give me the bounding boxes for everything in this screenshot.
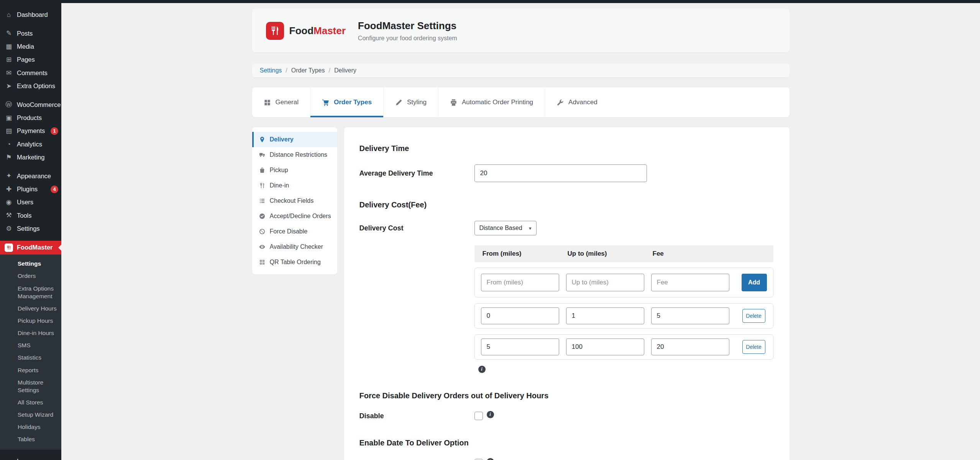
submenu-item-holidays[interactable]: Holidays — [0, 421, 61, 433]
analytics-icon: ◔ — [5, 141, 13, 148]
sidebar-item-tools[interactable]: ⚒Tools — [0, 209, 61, 222]
sidebar-item-foodmaster[interactable]: FoodMaster — [0, 241, 61, 255]
appearance-icon: ✦ — [5, 172, 13, 180]
subnav-item-pickup[interactable]: Pickup — [252, 163, 337, 178]
subnav-label: Pickup — [270, 167, 288, 174]
date-to-deliver-info-icon[interactable]: i — [487, 458, 494, 460]
sidebar-item-loco-translate[interactable]: ⇄Loco Translate — [0, 455, 61, 460]
fee-upto-input[interactable] — [566, 274, 644, 291]
delivery-cost-select[interactable]: Distance Based ▾ — [474, 221, 537, 235]
page-subtitle: Configure your food ordering system — [358, 35, 457, 42]
subnav-item-availability-checker[interactable]: Availability Checker — [252, 239, 337, 255]
subnav-item-delivery[interactable]: Delivery — [252, 132, 337, 147]
products-icon: ▣ — [5, 114, 13, 122]
submenu-item-pickup-hours[interactable]: Pickup Hours — [0, 315, 61, 327]
fee-row: Delete — [474, 303, 773, 329]
qr-icon — [259, 259, 265, 265]
submenu-item-tables[interactable]: Tables — [0, 433, 61, 445]
subnav-item-checkout-fields[interactable]: Checkout Fields — [252, 193, 337, 209]
tab-bar: GeneralOrder TypesStylingAutomatic Order… — [252, 87, 790, 117]
submenu-item-sms[interactable]: SMS — [0, 339, 61, 352]
sidebar-item-settings[interactable]: ⚙Settings — [0, 222, 61, 235]
delete-fee-row-button[interactable]: Delete — [742, 309, 765, 323]
title-block: FoodMaster Settings Configure your food … — [358, 20, 457, 42]
submenu-item-extra-options-management[interactable]: Extra Options Management — [0, 283, 61, 302]
force-disable-heading: Force Disable Delivery Orders out of Del… — [359, 391, 774, 400]
submenu-item-all-stores[interactable]: All Stores — [0, 396, 61, 409]
fee-upto-input[interactable] — [566, 307, 644, 324]
submenu-item-setup-wizard[interactable]: Setup Wizard — [0, 409, 61, 421]
submenu-item-orders[interactable]: Orders — [0, 270, 61, 282]
submenu-item-delivery-hours[interactable]: Delivery Hours — [0, 302, 61, 315]
subnav-item-accept-decline-orders[interactable]: Accept/Decline Orders — [252, 209, 337, 224]
update-count-badge: 1 — [51, 127, 58, 135]
sidebar-item-marketing[interactable]: ⚑Marketing — [0, 151, 61, 164]
sidebar-item-plugins[interactable]: ✚Plugins4 — [0, 183, 61, 196]
fee-from-input[interactable] — [481, 307, 559, 324]
tab-advanced[interactable]: Advanced — [545, 87, 609, 117]
fee-amount-input[interactable] — [651, 307, 729, 324]
sidebar-item-analytics[interactable]: ◔Analytics — [0, 138, 61, 151]
delete-fee-row-button[interactable]: Delete — [742, 340, 765, 354]
sidebar-item-pages[interactable]: ⊞Pages — [0, 53, 61, 66]
list-icon — [259, 198, 265, 204]
submenu-item-settings[interactable]: Settings — [0, 258, 61, 270]
sidebar-item-extra-options[interactable]: ➤Extra Options — [0, 80, 61, 93]
delivery-cost-heading: Delivery Cost(Fee) — [359, 200, 774, 209]
woocommerce-icon: Ⓦ — [5, 101, 13, 108]
fee-table-info-icon[interactable]: i — [478, 366, 486, 373]
check-circle-icon — [259, 213, 265, 219]
tab-label: Advanced — [568, 99, 598, 106]
sidebar-item-users[interactable]: ◉Users — [0, 196, 61, 209]
sidebar-item-payments[interactable]: ▤Payments1 — [0, 125, 61, 138]
ban-icon — [259, 228, 265, 235]
tab-order-types[interactable]: Order Types — [310, 87, 383, 117]
average-delivery-time-input[interactable] — [474, 164, 647, 182]
sidebar-item-products[interactable]: ▣Products — [0, 112, 61, 125]
fee-upto-input[interactable] — [566, 338, 644, 355]
settings-icon: ⚙ — [5, 225, 13, 233]
fee-rows: DeleteDelete — [474, 303, 773, 360]
users-icon: ◉ — [5, 199, 13, 206]
sidebar-item-posts[interactable]: ✎Posts — [0, 27, 61, 40]
tab-general[interactable]: General — [252, 87, 310, 117]
fee-from-input[interactable] — [481, 274, 559, 291]
subnav-label: Delivery — [270, 136, 294, 143]
force-disable-info-icon[interactable]: i — [487, 411, 494, 418]
add-fee-row-button[interactable]: Add — [742, 274, 767, 291]
sidebar-item-woocommerce[interactable]: ⓌWooCommerce — [0, 98, 61, 111]
submenu-item-reports[interactable]: Reports — [0, 364, 61, 376]
payments-icon: ▤ — [5, 127, 13, 135]
subnav-item-force-disable[interactable]: Force Disable — [252, 224, 337, 239]
delivery-time-heading: Delivery Time — [359, 144, 774, 153]
bag-icon — [259, 167, 265, 173]
marketing-icon: ⚑ — [5, 154, 13, 161]
tab-label: Styling — [407, 99, 427, 106]
settings-subnav: DeliveryDistance RestrictionsPickupDine-… — [252, 127, 337, 274]
delivery-settings-panel: Delivery Time Average Delivery Time Deli… — [344, 127, 790, 460]
breadcrumb-settings-link[interactable]: Settings — [260, 67, 282, 74]
brand-food: Food — [289, 25, 314, 36]
subnav-item-distance-restrictions[interactable]: Distance Restrictions — [252, 147, 337, 163]
tab-automatic-order-printing[interactable]: Automatic Order Printing — [438, 87, 545, 117]
subnav-item-qr-table-ordering[interactable]: QR Table Ordering — [252, 255, 337, 270]
media-icon: ▦ — [5, 43, 13, 51]
submenu-item-multistore-settings[interactable]: Multistore Settings — [0, 376, 61, 396]
sidebar-item-comments[interactable]: ✉Comments — [0, 67, 61, 80]
fee-col-from: From (miles) — [474, 250, 560, 258]
fee-amount-input[interactable] — [651, 274, 729, 291]
pin-icon — [259, 136, 265, 143]
submenu-item-dine-in-hours[interactable]: Dine-in Hours — [0, 327, 61, 339]
fee-amount-input[interactable] — [651, 338, 729, 355]
fee-from-input[interactable] — [481, 338, 559, 355]
extra-options-icon: ➤ — [5, 82, 13, 90]
subnav-label: Checkout Fields — [270, 197, 314, 204]
sidebar-item-media[interactable]: ▦Media — [0, 40, 61, 53]
subnav-item-dine-in[interactable]: Dine-in — [252, 178, 337, 193]
sidebar-item-dashboard[interactable]: ⌂Dashboard — [0, 8, 61, 21]
sidebar-item-appearance[interactable]: ✦Appearance — [0, 169, 61, 182]
submenu-item-statistics[interactable]: Statistics — [0, 352, 61, 364]
breadcrumb-delivery: Delivery — [334, 67, 356, 74]
force-disable-checkbox[interactable] — [474, 412, 483, 420]
tab-styling[interactable]: Styling — [383, 87, 438, 117]
